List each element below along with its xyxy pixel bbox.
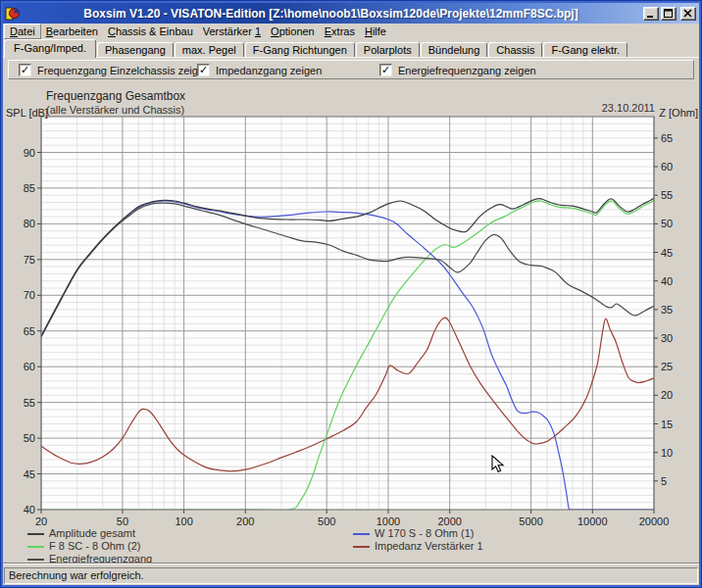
title-bar: Boxsim V1.20 - VISATON-Edition [Z:\home\… xyxy=(3,3,699,24)
svg-text:75: 75 xyxy=(24,254,35,266)
tab-max-pegel[interactable]: max. Pegel xyxy=(175,42,244,58)
menu-item-hilfe[interactable]: Hilfe xyxy=(360,24,391,38)
legend-label: F 8 SC - 8 Ohm (2) xyxy=(49,540,141,552)
chart-title: Frequenzgang Gesamtbox xyxy=(46,89,185,103)
menu-bar: DateiBearbeitenChassis & EinbauVerstärke… xyxy=(3,24,699,39)
checkbox-label[interactable]: Frequenzgang Einzelchassis zeigen xyxy=(37,65,210,76)
menu-item-optionen[interactable]: Optionen xyxy=(266,24,320,38)
tab-f-gang-richtungen[interactable]: F-Gang Richtungen xyxy=(245,42,355,58)
legend-label: Amplitude gesamt xyxy=(49,527,135,539)
status-separator xyxy=(3,563,699,564)
svg-text:85: 85 xyxy=(24,182,35,194)
legend-swatch xyxy=(27,533,44,535)
tab-phasengang[interactable]: Phasengang xyxy=(97,42,174,58)
chart-date: 23.10.2011 xyxy=(602,102,655,114)
svg-text:35: 35 xyxy=(661,304,673,316)
legend-swatch xyxy=(353,533,370,535)
svg-text:200: 200 xyxy=(236,515,254,527)
tab-b-ndelung[interactable]: Bündelung xyxy=(421,42,488,58)
maximize-icon xyxy=(664,9,674,19)
menu-item-chassis-einbau[interactable]: Chassis & Einbau xyxy=(103,24,198,38)
maximize-button[interactable] xyxy=(661,7,677,21)
close-button[interactable] xyxy=(680,7,696,21)
legend-label: W 170 S - 8 Ohm (1) xyxy=(375,527,474,539)
svg-text:50: 50 xyxy=(117,515,128,527)
svg-text:40: 40 xyxy=(661,275,673,287)
chart-subtitle: (alle Verstärker und Chassis) xyxy=(46,104,184,116)
checkbox-icon[interactable]: ✓ xyxy=(19,64,31,76)
window-controls xyxy=(641,7,696,21)
tab-bar: F-Gang/Imped.Phasengangmax. PegelF-Gang … xyxy=(3,39,699,58)
tab-f-gang-elektr-[interactable]: F-Gang elektr. xyxy=(543,42,627,58)
legend-swatch xyxy=(27,546,44,548)
status-bar: Berechnung war erfolgreich. xyxy=(3,566,699,585)
option-1: ✓Impedanzgang zeigen xyxy=(197,63,322,77)
svg-text:25: 25 xyxy=(661,361,673,372)
svg-text:55: 55 xyxy=(24,397,35,409)
checkbox-label[interactable]: Energiefrequenzgang zeigen xyxy=(398,65,536,76)
y-right-axis-caption: Z [Ohm] xyxy=(659,107,698,119)
svg-text:20000: 20000 xyxy=(639,515,670,527)
svg-text:1000: 1000 xyxy=(376,515,400,527)
svg-text:10000: 10000 xyxy=(577,515,608,527)
frequency-response-chart: 4045505560657075808590510152025303540455… xyxy=(0,81,702,528)
chart-panel: 4045505560657075808590510152025303540455… xyxy=(0,81,702,564)
svg-text:80: 80 xyxy=(24,218,35,229)
checkbox-icon[interactable]: ✓ xyxy=(197,64,210,76)
svg-text:20: 20 xyxy=(35,515,47,527)
svg-text:90: 90 xyxy=(24,147,35,159)
svg-text:45: 45 xyxy=(661,247,673,259)
window-title: Boxsim V1.20 - VISATON-Edition [Z:\home\… xyxy=(21,7,641,21)
menu-item-bearbeiten[interactable]: Bearbeiten xyxy=(41,24,103,38)
minimize-button[interactable] xyxy=(643,7,659,21)
legend-swatch xyxy=(27,559,44,561)
menu-item-verst-rker-1[interactable]: Verstärker 1 xyxy=(198,24,266,38)
svg-text:60: 60 xyxy=(24,361,35,372)
y-left-axis-caption: SPL [dB] xyxy=(6,107,48,119)
option-2: ✓Energiefrequenzgang zeigen xyxy=(379,63,536,77)
app-window: Boxsim V1.20 - VISATON-Edition [Z:\home\… xyxy=(0,0,702,588)
svg-text:65: 65 xyxy=(24,325,35,337)
svg-text:40: 40 xyxy=(24,504,35,515)
plot-area xyxy=(41,117,654,510)
svg-text:60: 60 xyxy=(661,161,673,172)
legend-label: Impedanz Verstärker 1 xyxy=(375,540,483,552)
svg-text:50: 50 xyxy=(661,218,673,229)
svg-text:500: 500 xyxy=(318,515,335,527)
tab-f-gang-imped-[interactable]: F-Gang/Imped. xyxy=(4,39,96,58)
app-icon[interactable] xyxy=(5,6,21,22)
tab-chassis[interactable]: Chassis xyxy=(488,42,542,58)
svg-text:65: 65 xyxy=(661,132,673,144)
svg-text:50: 50 xyxy=(24,432,35,444)
minimize-icon xyxy=(646,9,656,19)
svg-text:5000: 5000 xyxy=(519,515,542,527)
legend-swatch xyxy=(353,546,370,548)
status-message: Berechnung war erfolgreich. xyxy=(4,567,698,584)
svg-text:100: 100 xyxy=(175,515,192,527)
option-0: ✓Frequenzgang Einzelchassis zeigen xyxy=(19,63,210,77)
checkbox-icon[interactable]: ✓ xyxy=(379,64,392,76)
svg-text:70: 70 xyxy=(24,289,35,301)
menu-item-datei[interactable]: Datei xyxy=(4,24,41,39)
options-panel: ✓Frequenzgang Einzelchassis zeigen✓Imped… xyxy=(8,60,694,79)
checkbox-label[interactable]: Impedanzgang zeigen xyxy=(216,65,322,76)
svg-text:20: 20 xyxy=(661,389,673,401)
menu-item-extras[interactable]: Extras xyxy=(320,24,360,38)
svg-text:10: 10 xyxy=(661,447,673,459)
svg-text:30: 30 xyxy=(661,332,673,344)
close-icon xyxy=(683,9,693,19)
tab-polarplots[interactable]: Polarplots xyxy=(356,42,420,58)
svg-text:2000: 2000 xyxy=(437,515,461,527)
mouse-cursor-icon xyxy=(491,455,505,474)
svg-text:5: 5 xyxy=(661,475,667,487)
svg-text:45: 45 xyxy=(24,468,35,480)
svg-text:15: 15 xyxy=(661,418,673,430)
svg-text:55: 55 xyxy=(661,189,673,201)
